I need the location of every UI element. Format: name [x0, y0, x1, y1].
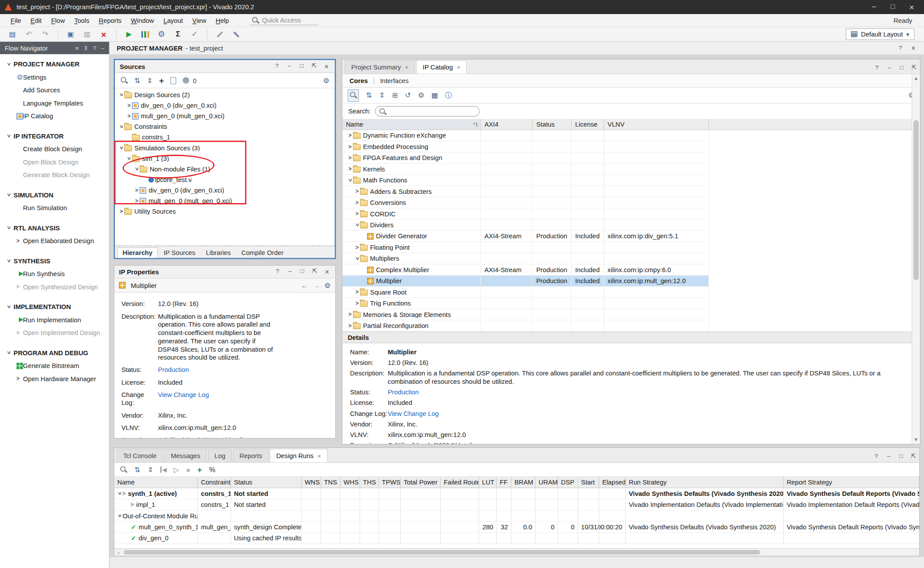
column-header-status[interactable]: Status [533, 119, 572, 130]
collapse-all-icon[interactable] [134, 466, 140, 474]
source-tree-item[interactable]: Simulation Sources (3) [115, 142, 335, 153]
vertical-scrollbar[interactable]: ▲ ▼ [912, 74, 920, 444]
ip-search-input[interactable] [375, 106, 480, 117]
flow-navigator-item[interactable]: Language Templates [0, 97, 109, 109]
refresh-icon[interactable] [405, 91, 411, 100]
flow-navigator-item[interactable]: Generate Block Design [0, 168, 109, 181]
minimize-panel-icon[interactable] [286, 268, 293, 276]
search-toggle-icon[interactable] [348, 89, 359, 102]
redo-icon[interactable] [39, 28, 51, 40]
column-header-license[interactable]: License [572, 119, 604, 130]
bottom-tab[interactable]: Log [208, 449, 232, 462]
menu-item[interactable]: Reports [94, 15, 126, 25]
undo-icon[interactable] [22, 28, 35, 40]
column-header[interactable]: Status [231, 477, 302, 488]
minimize-panel-icon[interactable] [101, 45, 104, 51]
flow-navigator-item[interactable]: Add Sources [0, 84, 109, 96]
ip-catalog-row[interactable]: Math Functions [342, 175, 709, 186]
ip-catalog-row[interactable]: Multiplier Production Included xilinx.co… [342, 276, 709, 287]
sources-view-tab[interactable]: Compile Order [237, 248, 288, 258]
column-header[interactable]: WHS [341, 477, 360, 488]
column-header[interactable]: Failed Routes [441, 477, 479, 488]
close-icon[interactable] [405, 64, 409, 70]
float-panel-icon[interactable] [311, 268, 318, 276]
flow-navigator-item[interactable]: Run Simulation [0, 201, 109, 214]
column-header[interactable]: Elapsed [599, 477, 626, 488]
quick-access-search[interactable]: Quick Access [249, 15, 319, 25]
sources-view-tab[interactable]: Libraries [201, 248, 235, 258]
flow-navigator-item[interactable]: Run Synthesis [0, 267, 109, 280]
column-header[interactable]: TNS [321, 477, 341, 488]
column-header[interactable]: TPWS [379, 477, 401, 488]
column-header[interactable]: DSP [558, 477, 578, 488]
edit-icon[interactable] [216, 31, 223, 37]
sources-view-tab[interactable]: IP Sources [159, 248, 200, 258]
run-all-icon[interactable] [186, 466, 190, 474]
flow-navigator-item[interactable]: Generate Bitstream [0, 359, 109, 372]
chevron-icon[interactable] [347, 166, 353, 172]
ip-catalog-row[interactable]: Divider Generator AXI4-Stream Production… [342, 231, 709, 242]
source-tree-item[interactable]: Utility Sources [115, 206, 335, 217]
messages-badge-icon[interactable] [183, 77, 190, 84]
column-header[interactable]: BRAM [512, 477, 536, 488]
chevron-icon[interactable] [118, 92, 124, 98]
chevron-icon[interactable] [134, 187, 139, 193]
bottom-tab[interactable]: Design Runs [270, 449, 327, 462]
flow-navigator-item[interactable]: SYNTHESIS [0, 255, 109, 267]
customize-icon[interactable] [418, 91, 424, 100]
close-icon[interactable] [318, 452, 321, 459]
source-tree-item[interactable]: Non-module Files (1) [115, 164, 335, 174]
ip-catalog-row[interactable]: Kernels [342, 164, 709, 175]
close-panel-icon[interactable] [323, 268, 330, 276]
layout-selector[interactable]: Default Layout [846, 28, 915, 40]
flow-navigator-item[interactable]: PROJECT MANAGER [0, 58, 109, 70]
info-icon[interactable] [445, 91, 452, 101]
back-icon[interactable] [300, 281, 309, 290]
percentage-icon[interactable] [209, 466, 215, 474]
chevron-icon[interactable] [354, 222, 360, 228]
scroll-left-icon[interactable]: ‹ [114, 549, 123, 556]
close-button[interactable] [908, 2, 916, 11]
chevron-icon[interactable] [354, 189, 360, 194]
chevron-icon[interactable] [347, 177, 353, 183]
chevron-icon[interactable] [347, 132, 353, 138]
menu-item[interactable]: View [187, 15, 211, 25]
settings-icon[interactable] [155, 28, 168, 40]
design-run-row[interactable]: impl_1 constrs_1 Not started [114, 499, 919, 510]
ip-catalog-row[interactable]: Complex Multiplier AXI4-Stream Productio… [342, 264, 709, 275]
column-header-axi4[interactable]: AXI4 [481, 119, 533, 130]
ip-catalog-row[interactable]: Dividers [342, 220, 709, 231]
flow-navigator-item[interactable]: Settings [0, 71, 109, 84]
flow-navigator-item[interactable]: Open Synthesized Design [0, 280, 109, 293]
ip-catalog-row[interactable]: Multipliers [342, 253, 709, 264]
float-panel-icon[interactable] [311, 62, 318, 70]
chevron-icon[interactable] [347, 144, 353, 149]
chevron-icon[interactable] [347, 155, 353, 160]
ip-catalog-row[interactable]: Trig Functions [342, 298, 709, 309]
table-view-icon[interactable] [431, 91, 438, 100]
save-icon[interactable] [64, 28, 77, 40]
scrollbar-thumb[interactable] [913, 120, 919, 280]
close-icon[interactable] [457, 64, 460, 70]
column-header[interactable]: Constraints [198, 477, 231, 488]
help-icon[interactable] [897, 44, 904, 52]
menu-item[interactable]: Flow [46, 15, 70, 25]
flow-navigator-item[interactable]: PROGRAM AND DEBUG [0, 346, 109, 359]
forward-icon[interactable] [312, 281, 321, 290]
maximize-panel-icon[interactable] [298, 62, 305, 70]
close-panel-icon[interactable] [323, 62, 330, 70]
expand-panel-icon[interactable] [83, 45, 88, 51]
sources-view-tab[interactable]: Hierarchy [117, 248, 158, 258]
source-tree-item[interactable]: sim_1 (3) [115, 153, 335, 164]
minimize-panel-icon[interactable] [286, 62, 293, 70]
close-icon[interactable] [910, 44, 917, 52]
column-header[interactable]: FF [497, 477, 511, 488]
chevron-icon[interactable] [126, 156, 132, 161]
flow-navigator-item[interactable]: Run Implementation [0, 313, 109, 326]
column-header[interactable]: Name [114, 477, 198, 488]
horizontal-scrollbar[interactable]: ‹ [114, 548, 919, 556]
flow-navigator-item[interactable]: IMPLEMENTATION [0, 300, 109, 313]
column-header[interactable]: Report Strategy [784, 477, 919, 488]
menu-item[interactable]: Help [211, 15, 234, 25]
add-sources-icon[interactable] [159, 76, 164, 85]
